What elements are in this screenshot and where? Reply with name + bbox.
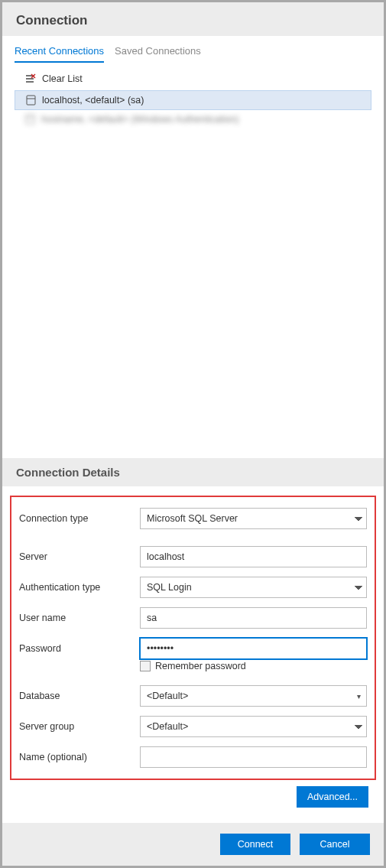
- dialog-header: Connection: [2, 2, 384, 36]
- tab-recent-connections[interactable]: Recent Connections: [15, 42, 104, 63]
- checkbox-icon: [140, 661, 151, 671]
- details-body: Connection type Microsoft SQL Server Ser…: [2, 486, 384, 823]
- server-input[interactable]: [140, 546, 367, 567]
- auth-type-select[interactable]: SQL Login: [140, 577, 367, 598]
- remember-password-label: Remember password: [155, 661, 246, 671]
- clear-list-label: Clear List: [42, 73, 83, 84]
- details-header: Connection Details: [2, 458, 384, 486]
- connection-row[interactable]: localhost, <default> (sa): [15, 90, 371, 110]
- tab-saved-connections[interactable]: Saved Connections: [115, 42, 201, 63]
- database-select[interactable]: <Default>: [140, 685, 367, 707]
- connection-row-label: hostname, <default> (Windows Authenticat…: [41, 114, 238, 125]
- cancel-button[interactable]: Cancel: [300, 834, 370, 855]
- connection-row-label: localhost, <default> (sa): [42, 95, 144, 106]
- tabs: Recent Connections Saved Connections: [2, 36, 384, 63]
- name-optional-label: Name (optional): [19, 752, 140, 762]
- dialog-footer: Connect Cancel: [2, 823, 384, 866]
- password-label: Password: [19, 643, 140, 654]
- svg-rect-5: [27, 96, 35, 105]
- connection-list: Clear List localhost, <default> (sa): [2, 63, 384, 458]
- connection-type-label: Connection type: [19, 513, 140, 524]
- connection-row[interactable]: hostname, <default> (Windows Authenticat…: [15, 110, 371, 128]
- svg-rect-7: [26, 115, 34, 124]
- auth-type-label: Authentication type: [19, 582, 140, 593]
- dialog-title: Connection: [16, 13, 370, 28]
- connect-button[interactable]: Connect: [220, 834, 290, 855]
- remember-password-checkbox[interactable]: Remember password: [140, 661, 367, 671]
- main-area: Recent Connections Saved Connections Cle…: [2, 36, 384, 458]
- details-title: Connection Details: [16, 466, 370, 479]
- clear-list-button[interactable]: Clear List: [15, 70, 371, 90]
- clear-list-icon: [25, 73, 36, 84]
- advanced-button[interactable]: Advanced...: [297, 786, 368, 808]
- server-group-label: Server group: [19, 721, 140, 732]
- user-name-input[interactable]: [140, 607, 367, 629]
- server-icon: [25, 114, 35, 125]
- password-input[interactable]: [140, 638, 367, 659]
- user-name-label: User name: [19, 613, 140, 623]
- database-label: Database: [19, 691, 140, 701]
- server-group-select[interactable]: <Default>: [140, 716, 367, 737]
- details-form-highlight: Connection type Microsoft SQL Server Ser…: [10, 496, 376, 780]
- name-optional-input[interactable]: [140, 746, 367, 768]
- server-label: Server: [19, 551, 140, 562]
- connection-type-select[interactable]: Microsoft SQL Server: [140, 508, 367, 529]
- connection-dialog: Connection Recent Connections Saved Conn…: [0, 0, 386, 868]
- server-icon: [26, 95, 36, 106]
